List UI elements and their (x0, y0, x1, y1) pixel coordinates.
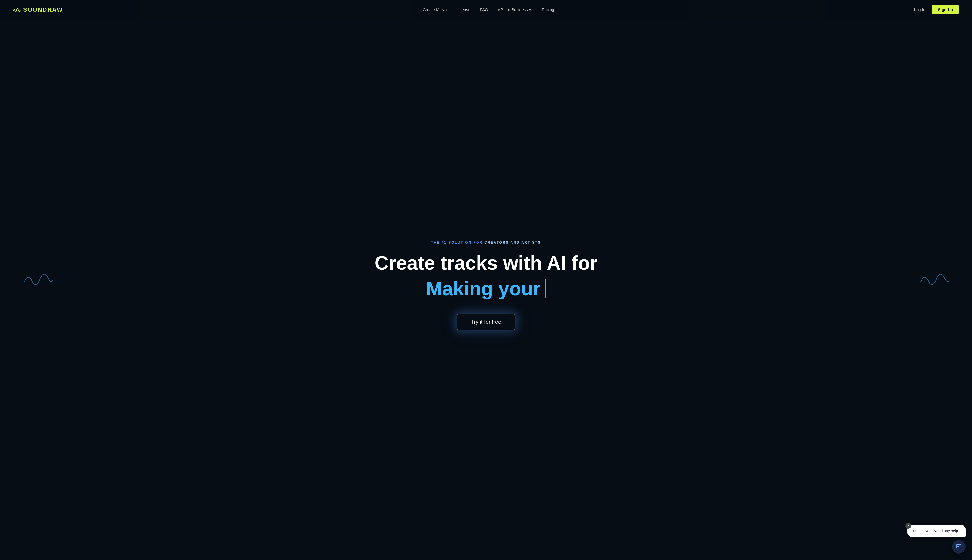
hero-animated-text: Making your (426, 278, 540, 300)
try-free-button[interactable]: Try it for free (457, 314, 516, 330)
logo[interactable]: SOUNDRAW (13, 6, 63, 13)
chat-icon (955, 543, 962, 550)
wave-decoration-left (22, 267, 54, 288)
chat-icon-button[interactable] (952, 540, 965, 553)
wave-decoration-right (918, 267, 950, 288)
hero-subtitle-prefix: THE #1 SOLUTION FOR (431, 241, 484, 244)
nav-item-create-music[interactable]: Create Music (423, 7, 447, 12)
signup-button[interactable]: Sign Up (932, 5, 959, 14)
nav-link-faq[interactable]: FAQ (480, 7, 488, 12)
hero-subtitle-highlight: CREATORS AND ARTISTS (484, 241, 541, 244)
svg-point-2 (960, 546, 960, 547)
nav-link-license[interactable]: License (456, 7, 470, 12)
svg-point-0 (957, 546, 958, 547)
nav-item-license[interactable]: License (456, 7, 470, 12)
nav-link-create-music[interactable]: Create Music (423, 7, 447, 12)
text-cursor (545, 279, 546, 298)
nav-item-api[interactable]: API for Businesses (498, 7, 532, 12)
chat-bubble: Hi, I'm Neo. Need any help? (907, 525, 965, 537)
hero-subtitle: THE #1 SOLUTION FOR CREATORS AND ARTISTS (431, 241, 541, 244)
chat-widget: × Hi, I'm Neo. Need any help? (907, 525, 965, 553)
nav-link-api[interactable]: API for Businesses (498, 7, 532, 12)
logo-text: SOUNDRAW (23, 6, 63, 13)
nav-right: Log In Sign Up (914, 5, 959, 14)
hero-animated-subtitle: Making your (426, 278, 546, 300)
logo-waveform-icon (13, 7, 20, 13)
hero-section: THE #1 SOLUTION FOR CREATORS AND ARTISTS… (0, 0, 972, 560)
nav-link-pricing[interactable]: Pricing (542, 7, 554, 12)
nav-item-faq[interactable]: FAQ (480, 7, 488, 12)
chat-bubble-container: × Hi, I'm Neo. Need any help? (907, 525, 965, 537)
nav-links: Create Music License FAQ API for Busines… (423, 7, 554, 12)
login-link[interactable]: Log In (914, 7, 925, 12)
hero-title: Create tracks with AI for (375, 252, 597, 274)
navbar: SOUNDRAW Create Music License FAQ API fo… (0, 0, 972, 19)
nav-item-pricing[interactable]: Pricing (542, 7, 554, 12)
svg-point-1 (959, 546, 959, 547)
